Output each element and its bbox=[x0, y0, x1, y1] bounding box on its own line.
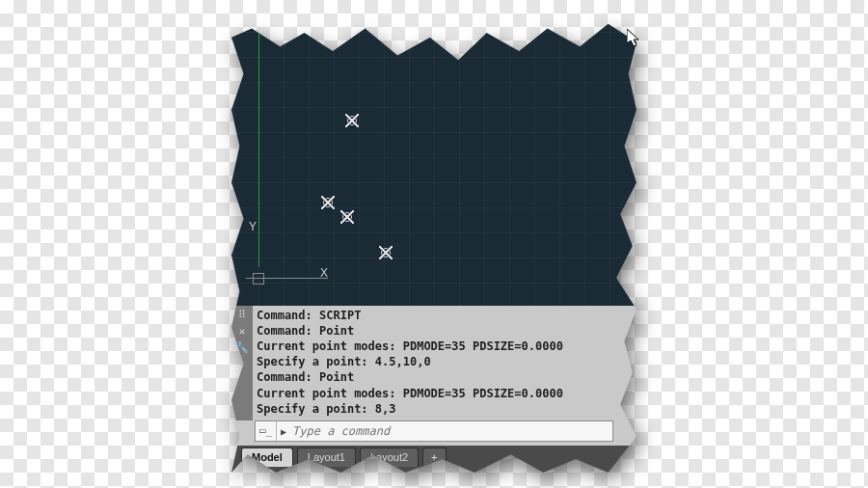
tab-model[interactable]: Model bbox=[241, 447, 293, 467]
tab-new[interactable]: + bbox=[422, 447, 446, 467]
command-input[interactable] bbox=[292, 424, 612, 438]
command-line: Command: Point bbox=[257, 369, 633, 385]
wrench-icon[interactable]: 🔧 bbox=[235, 342, 249, 353]
chevron-right-icon: ▶ bbox=[277, 426, 292, 437]
autocad-fragment: Y X ⠿ ✕ 🔧 Command: SCRIPT Command: Point… bbox=[231, 19, 637, 473]
tab-layout2[interactable]: Layout2 bbox=[360, 447, 419, 467]
command-prompt-icon[interactable]: ▭_ bbox=[256, 421, 277, 441]
command-line: Specify a point: 8,3 bbox=[257, 401, 633, 417]
ucs-origin-icon bbox=[253, 273, 264, 285]
close-icon[interactable]: ✕ bbox=[239, 326, 246, 337]
y-axis-label: Y bbox=[249, 220, 257, 233]
point-marker[interactable] bbox=[321, 196, 335, 209]
command-line: Command: SCRIPT bbox=[257, 308, 633, 323]
panel-handle-icon[interactable]: ⠿ bbox=[238, 310, 246, 320]
point-marker[interactable] bbox=[340, 210, 354, 224]
command-history-panel: ⠿ ✕ 🔧 Command: SCRIPT Command: Point Cur… bbox=[231, 306, 637, 420]
command-input-row: ▭_ ▶ bbox=[255, 420, 613, 442]
command-history[interactable]: Command: SCRIPT Command: Point Current p… bbox=[253, 306, 637, 420]
command-panel-gutter: ⠿ ✕ 🔧 bbox=[231, 306, 253, 420]
layout-tab-strip: Model Layout1 Layout2 + bbox=[231, 446, 637, 473]
command-line: Current point modes: PDMODE=35 PDSIZE=0.… bbox=[257, 386, 633, 401]
x-axis-label: X bbox=[320, 266, 328, 280]
command-line: Specify a point: 4.5,10,0 bbox=[257, 354, 633, 369]
y-axis bbox=[258, 29, 259, 267]
drawing-canvas[interactable]: Y X bbox=[231, 19, 637, 306]
tab-layout1[interactable]: Layout1 bbox=[297, 447, 356, 467]
point-marker[interactable] bbox=[345, 114, 359, 127]
command-line: Command: Point bbox=[257, 323, 633, 339]
command-line: Current point modes: PDMODE=35 PDSIZE=0.… bbox=[257, 339, 633, 354]
point-marker[interactable] bbox=[379, 246, 393, 259]
